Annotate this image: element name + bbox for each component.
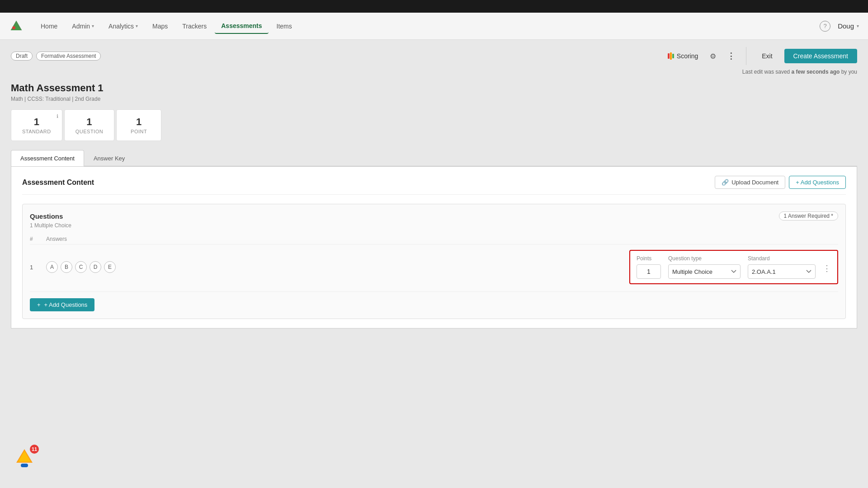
row-more-options-button[interactable]: ⋮ [823, 263, 831, 273]
nav-maps[interactable]: Maps [146, 19, 174, 33]
stat-standard: ℹ 1 STANDARD [11, 109, 62, 141]
nav-assessments[interactable]: Assessments [215, 19, 268, 34]
admin-chevron-icon: ▾ [92, 23, 94, 28]
scoring-button[interactable]: Scoring [664, 51, 702, 61]
points-label: Points [637, 255, 651, 262]
stat-point-number: 1 [127, 116, 150, 128]
app-logo[interactable] [9, 19, 24, 33]
stat-question-number: 1 [75, 116, 103, 128]
navbar: Home Admin ▾ Analytics ▾ Maps Trackers A… [0, 13, 868, 40]
col-header-hash: # [30, 236, 46, 242]
col-header-answers: Answers [46, 236, 838, 242]
last-edit-text: Last edit was saved a few seconds ago by… [11, 69, 857, 75]
standard-column: Standard 2.OA.A.1 2.OA.A.2 2.NBT.A.1 [748, 255, 816, 279]
assessment-title: Math Assessment 1 [11, 82, 857, 94]
create-assessment-button[interactable]: Create Assessment [784, 49, 857, 63]
content-tabs: Assessment Content Answer Key [11, 150, 857, 166]
nav-analytics[interactable]: Analytics ▾ [102, 19, 144, 33]
floating-notification[interactable]: 11 [14, 446, 37, 470]
add-questions-button[interactable]: + + Add Questions [30, 298, 94, 311]
user-name: Doug [838, 22, 854, 30]
help-button[interactable]: ? [820, 21, 830, 32]
svg-rect-5 [21, 464, 28, 467]
tab-answer-key[interactable]: Answer Key [84, 150, 134, 166]
answer-a[interactable]: A [46, 261, 58, 273]
stat-standard-number: 1 [22, 116, 51, 128]
questions-header: Questions 1 Answer Required * [30, 211, 838, 221]
nav-links: Home Admin ▾ Analytics ▾ Maps Trackers A… [34, 19, 820, 34]
svg-point-2 [12, 26, 15, 29]
answer-c[interactable]: C [75, 261, 87, 273]
nav-trackers[interactable]: Trackers [176, 19, 213, 33]
draft-badge: Draft [11, 52, 33, 61]
question-type-column: Question type Multiple Choice Short Answ… [668, 255, 741, 279]
questions-box: Questions 1 Answer Required * 1 Multiple… [22, 204, 846, 319]
user-chevron-icon: ▾ [857, 23, 859, 28]
notification-count: 11 [30, 445, 39, 454]
exit-button[interactable]: Exit [755, 50, 779, 62]
stat-standard-label: STANDARD [22, 129, 51, 134]
scoring-chart-icon [668, 52, 674, 60]
more-options-button[interactable]: ⋮ [724, 49, 738, 63]
answer-required-badge: 1 Answer Required * [779, 211, 838, 221]
nav-home[interactable]: Home [34, 19, 64, 33]
main-panel: Assessment Content 🔗 Upload Document + A… [11, 166, 857, 328]
question-type-label: Question type [668, 255, 741, 262]
analytics-chevron-icon: ▾ [136, 23, 138, 28]
add-questions-outline-button[interactable]: + Add Questions [789, 176, 846, 189]
nav-right: ? Doug ▾ [820, 21, 859, 32]
stat-question: 1 QUESTION [64, 109, 114, 141]
assessment-meta: Math | CCSS: Traditional | 2nd Grade [11, 96, 857, 102]
plus-icon: + [37, 301, 41, 308]
assessment-header: Draft Formative Assessment Scoring ⚙ ⋮ E… [11, 47, 857, 65]
tab-assessment-content[interactable]: Assessment Content [11, 150, 84, 166]
divider [746, 47, 746, 65]
stat-point: 1 POINT [116, 109, 161, 141]
stat-question-label: QUESTION [75, 129, 103, 134]
question-type-select[interactable]: Multiple Choice Short Answer Essay [668, 264, 741, 279]
section-header: Assessment Content 🔗 Upload Document + A… [22, 176, 846, 195]
standard-label: Standard [748, 255, 816, 262]
section-actions: 🔗 Upload Document + Add Questions [715, 176, 846, 189]
assessment-actions: Scoring ⚙ ⋮ Exit Create Assessment [664, 47, 857, 65]
standard-select[interactable]: 2.OA.A.1 2.OA.A.2 2.NBT.A.1 [748, 264, 816, 279]
nav-admin[interactable]: Admin ▾ [66, 19, 100, 33]
top-bar [0, 0, 868, 13]
stat-point-label: POINT [127, 129, 150, 134]
answer-b[interactable]: B [61, 261, 72, 273]
stat-info-icon[interactable]: ℹ [57, 113, 58, 119]
section-title: Assessment Content [22, 178, 94, 187]
question-details-panel: Points Question type Multiple Choice Sho… [629, 250, 838, 284]
row-answers: A B C D E [46, 261, 629, 273]
question-row-1: 1 A B C D E Points [30, 246, 838, 288]
settings-button[interactable]: ⚙ [706, 49, 720, 63]
points-input[interactable] [637, 264, 661, 279]
answer-e[interactable]: E [104, 261, 116, 273]
svg-marker-4 [18, 451, 31, 462]
link-icon: 🔗 [722, 179, 729, 186]
nav-items[interactable]: Items [270, 19, 298, 33]
stats-row: ℹ 1 STANDARD 1 QUESTION 1 POINT [11, 109, 857, 141]
answer-d[interactable]: D [90, 261, 101, 273]
page-content: Draft Formative Assessment Scoring ⚙ ⋮ E… [0, 40, 868, 488]
questions-title: Questions [30, 212, 63, 220]
row-actions: ⋮ [823, 255, 831, 275]
row-number: 1 [30, 264, 46, 271]
questions-subtitle: 1 Multiple Choice [30, 222, 838, 229]
upload-document-button[interactable]: 🔗 Upload Document [715, 176, 785, 189]
points-column: Points [637, 255, 661, 279]
formative-badge: Formative Assessment [36, 52, 101, 61]
user-menu[interactable]: Doug ▾ [838, 22, 859, 30]
notification-icon[interactable]: 11 [14, 446, 37, 470]
